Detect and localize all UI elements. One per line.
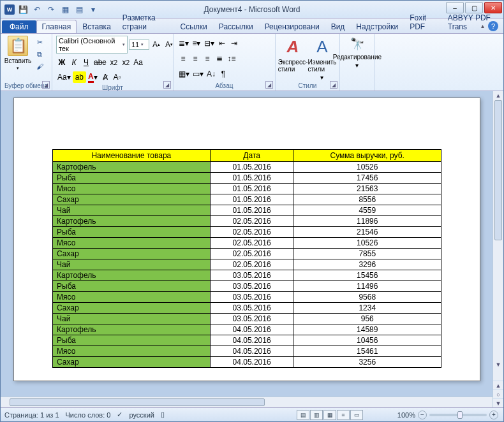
- web-layout-icon[interactable]: ▦: [323, 410, 336, 420]
- table-row[interactable]: Рыба01.05.201617456: [53, 173, 441, 184]
- page-indicator[interactable]: Страница: 1 из 1: [4, 411, 59, 419]
- table-cell[interactable]: 01.05.2016: [210, 194, 293, 205]
- scroll-up-icon[interactable]: ▲: [493, 91, 503, 100]
- table-cell[interactable]: 01.05.2016: [210, 162, 293, 173]
- table-row[interactable]: Мясо03.05.20169568: [53, 292, 441, 303]
- table-cell[interactable]: 17456: [293, 173, 441, 184]
- table-cell[interactable]: 02.05.2016: [210, 259, 293, 270]
- table-cell[interactable]: Чай: [53, 314, 211, 324]
- table-cell[interactable]: 01.05.2016: [210, 205, 293, 216]
- bullets-icon[interactable]: ≣▾: [177, 38, 190, 49]
- table-cell[interactable]: 04.05.2016: [210, 324, 293, 335]
- page[interactable]: Наименование товараДатаСумма выручки, ру…: [13, 98, 480, 381]
- scroll-thumb[interactable]: [494, 100, 502, 240]
- table-row[interactable]: Сахар02.05.20167855: [53, 249, 441, 259]
- table-cell[interactable]: 9568: [293, 292, 441, 303]
- fullscreen-reading-icon[interactable]: ▥: [310, 410, 323, 420]
- table-cell[interactable]: Картофель: [53, 162, 211, 173]
- table-cell[interactable]: 8556: [293, 194, 441, 205]
- help-icon[interactable]: ?: [488, 21, 498, 31]
- tab-view[interactable]: Вид: [325, 20, 351, 33]
- table-cell[interactable]: 04.05.2016: [210, 357, 293, 368]
- table-cell[interactable]: Сахар: [53, 194, 211, 205]
- table-header[interactable]: Наименование товара: [53, 150, 211, 162]
- italic-button[interactable]: К: [68, 57, 80, 68]
- table-row[interactable]: Рыба03.05.201611496: [53, 281, 441, 292]
- draft-icon[interactable]: ▭: [350, 410, 363, 420]
- word-count[interactable]: Число слов: 0: [66, 411, 111, 419]
- spellcheck-icon[interactable]: ✓: [117, 411, 122, 419]
- table-cell[interactable]: 10526: [293, 162, 441, 173]
- show-marks-icon[interactable]: ¶: [218, 68, 229, 80]
- table-cell[interactable]: 956: [293, 314, 441, 324]
- quick-styles-button[interactable]: A Экспресс-стили: [279, 36, 306, 73]
- table-cell[interactable]: Мясо: [53, 346, 211, 357]
- clear-formatting-icon[interactable]: A̷: [100, 71, 111, 83]
- table-cell[interactable]: 10526: [293, 238, 441, 249]
- font-launcher[interactable]: ◢: [163, 81, 171, 89]
- shading-icon[interactable]: ▦▾: [177, 68, 191, 80]
- editing-button[interactable]: 🔭 Редактирование▾: [344, 36, 371, 69]
- zoom-in-button[interactable]: +: [489, 411, 498, 419]
- table-cell[interactable]: 15456: [293, 270, 441, 281]
- next-page-icon[interactable]: ▼: [493, 398, 503, 407]
- table-cell[interactable]: Сахар: [53, 249, 211, 259]
- multilevel-icon[interactable]: ⊟▾: [203, 38, 216, 49]
- table-row[interactable]: Мясо04.05.201615461: [53, 346, 441, 357]
- font-size-combo[interactable]: 11▾: [129, 40, 149, 50]
- borders-icon[interactable]: ▭▾: [191, 68, 205, 80]
- tab-review[interactable]: Рецензировани: [259, 20, 325, 33]
- table-cell[interactable]: 02.05.2016: [210, 227, 293, 238]
- table-cell[interactable]: 11896: [293, 216, 441, 227]
- text-effects-icon[interactable]: Aa: [132, 57, 144, 68]
- change-styles-button[interactable]: A Изменить стили▾: [309, 36, 336, 81]
- undo-icon[interactable]: ↶: [31, 4, 43, 15]
- table-cell[interactable]: 1234: [293, 303, 441, 314]
- table-cell[interactable]: 02.05.2016: [210, 249, 293, 259]
- tab-mailings[interactable]: Рассылки: [213, 20, 259, 33]
- align-left-icon[interactable]: ≡: [177, 53, 189, 64]
- scroll-down-icon[interactable]: ▼: [493, 360, 503, 369]
- increase-indent-icon[interactable]: ⇥: [228, 38, 240, 49]
- table-cell[interactable]: 04.05.2016: [210, 335, 293, 346]
- table-row[interactable]: Рыба02.05.201621546: [53, 227, 441, 238]
- align-right-icon[interactable]: ≡: [202, 53, 213, 64]
- sort-icon[interactable]: A↓: [205, 68, 217, 80]
- font-name-combo[interactable]: Calibri (Основной тек▾: [56, 36, 128, 54]
- table-cell[interactable]: 03.05.2016: [210, 314, 293, 324]
- table-cell[interactable]: 01.05.2016: [210, 184, 293, 194]
- change-case-button[interactable]: Aa▾: [56, 71, 72, 83]
- table-cell[interactable]: Чай: [53, 259, 211, 270]
- zoom-slider[interactable]: [429, 414, 487, 416]
- justify-icon[interactable]: ≣: [214, 53, 225, 64]
- table-row[interactable]: Сахар03.05.20161234: [53, 303, 441, 314]
- chevron-down-icon[interactable]: ▾: [141, 42, 144, 47]
- table-row[interactable]: Чай02.05.20163296: [53, 259, 441, 270]
- zoom-slider-knob[interactable]: [457, 411, 463, 419]
- table-cell[interactable]: 01.05.2016: [210, 173, 293, 184]
- line-spacing-icon[interactable]: ↕≡: [226, 53, 237, 64]
- table-cell[interactable]: Мясо: [53, 292, 211, 303]
- table-cell[interactable]: Чай: [53, 205, 211, 216]
- vertical-scrollbar[interactable]: ▲ ▼ ▲ ○ ▼: [493, 91, 503, 407]
- table-header[interactable]: Дата: [210, 150, 293, 162]
- paragraph-launcher[interactable]: ◢: [265, 81, 273, 89]
- table-cell[interactable]: 02.05.2016: [210, 238, 293, 249]
- table-cell[interactable]: Рыба: [53, 173, 211, 184]
- horizontal-scrollbar[interactable]: [1, 397, 493, 407]
- table-cell[interactable]: 21563: [293, 184, 441, 194]
- language-indicator[interactable]: русский: [129, 411, 154, 419]
- highlight-color-button[interactable]: ab: [73, 71, 86, 83]
- table-cell[interactable]: Мясо: [53, 184, 211, 194]
- table-cell[interactable]: 10456: [293, 335, 441, 346]
- table-row[interactable]: Мясо01.05.201621563: [53, 184, 441, 194]
- table-cell[interactable]: 03.05.2016: [210, 303, 293, 314]
- cut-icon[interactable]: ✂: [34, 37, 45, 47]
- table-cell[interactable]: 7855: [293, 249, 441, 259]
- format-painter-icon[interactable]: 🖌: [34, 61, 45, 71]
- paste-button[interactable]: 📋 Вставить ▾: [4, 36, 31, 71]
- table-cell[interactable]: 04.05.2016: [210, 346, 293, 357]
- minimize-ribbon-icon[interactable]: ▴: [481, 22, 484, 29]
- hscroll-thumb[interactable]: [10, 398, 265, 406]
- table-cell[interactable]: 03.05.2016: [210, 281, 293, 292]
